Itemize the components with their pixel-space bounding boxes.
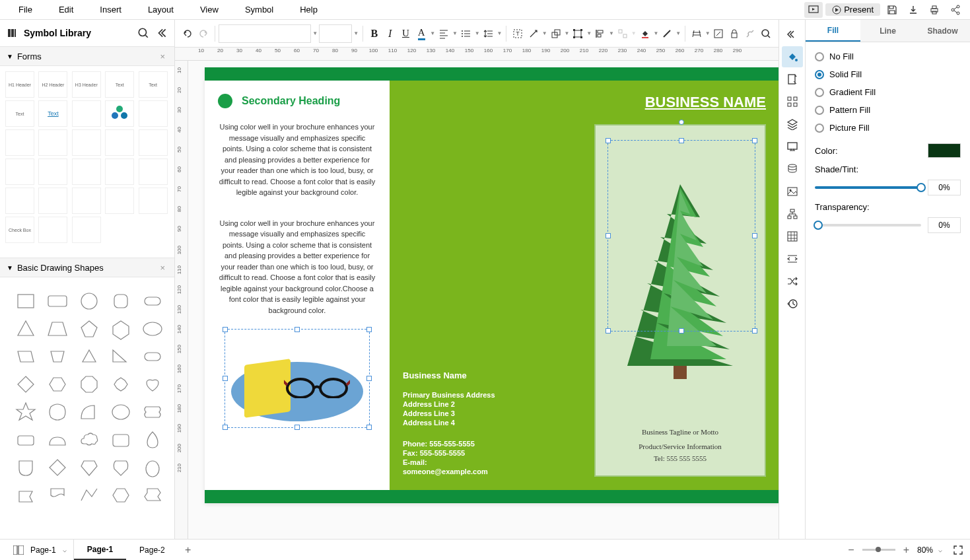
shape-item[interactable] [44,483,71,507]
shade-slider[interactable] [815,186,921,189]
shape-item[interactable] [44,345,71,368]
form-thumb[interactable]: Check Box [5,217,34,243]
current-page-label[interactable]: Page-1 [30,545,56,555]
secondary-heading[interactable]: Secondary Heading [242,95,340,107]
shape-item[interactable] [44,372,71,396]
grid-tool-icon[interactable] [782,91,803,112]
tab-line[interactable]: Line [860,20,915,42]
form-thumb[interactable] [139,158,168,185]
fill-color-button[interactable] [638,23,652,44]
shuffle-tool-icon[interactable] [782,271,803,292]
transparency-slider[interactable] [815,224,921,227]
shape-item[interactable] [12,456,40,479]
radio-pattern-fill[interactable]: Pattern Fill [815,105,961,115]
business-name-big[interactable]: BUSINESS NAME [594,94,766,111]
form-thumb[interactable] [38,188,67,214]
align-left-button[interactable] [436,23,451,44]
shape-item[interactable] [75,372,103,396]
form-thumb[interactable]: Text [5,100,34,127]
shape-item[interactable] [75,456,103,479]
shape-item[interactable] [12,317,40,341]
zoom-in-button[interactable]: + [901,544,912,556]
line-spacing-button[interactable] [481,23,496,44]
addr-3[interactable]: Address Line 3 [403,409,568,417]
page-tab-2[interactable]: Page-2 [126,540,178,560]
business-name-small[interactable]: Business Name [403,370,568,380]
italic-button[interactable]: I [383,23,398,44]
slideshow-icon[interactable] [804,2,823,18]
menu-symbol[interactable]: Symbol [232,5,287,15]
form-thumb[interactable] [72,158,101,185]
history-tool-icon[interactable] [782,293,803,314]
shape-item[interactable] [44,428,71,452]
form-thumb[interactable] [72,217,101,243]
form-thumb[interactable] [5,158,34,185]
body-text-1[interactable]: Using color well in your brochure enhanc… [218,122,376,198]
menu-edit[interactable]: Edit [46,5,87,15]
form-thumb[interactable]: H2 Header [38,71,67,98]
addr-primary[interactable]: Primary Business Address [403,391,568,399]
font-color-button[interactable]: A [414,23,429,44]
addr-2[interactable]: Address Line 2 [403,400,568,408]
shape-item[interactable] [12,345,40,368]
tagline-1[interactable]: Business Tagline or Motto [642,428,718,436]
underline-button[interactable]: U [399,23,413,44]
shape-item[interactable] [12,400,40,424]
shape-item[interactable] [107,289,135,313]
download-icon[interactable] [904,2,922,18]
layers-tool-icon[interactable] [782,114,803,135]
expand-panel-icon[interactable] [782,24,803,45]
form-thumb[interactable] [105,158,134,185]
hierarchy-tool-icon[interactable] [782,203,803,225]
list-button[interactable] [459,23,473,44]
database-tool-icon[interactable] [782,158,803,180]
shape-item[interactable] [44,317,71,341]
menu-help[interactable]: Help [287,5,331,15]
shapes-section-header[interactable]: ▼ Basic Drawing Shapes × [0,258,174,277]
canvas[interactable]: Secondary Heading Using color well in yo… [188,61,779,539]
shape-item[interactable] [107,400,135,424]
radio-solid-fill[interactable]: Solid Fill [815,69,961,79]
email[interactable]: someone@example.com [403,468,568,475]
chevron-down-icon[interactable]: ⌵ [63,546,67,553]
tab-shadow[interactable]: Shadow [915,20,970,42]
form-thumb[interactable]: Text [105,71,134,98]
menu-insert[interactable]: Insert [87,5,135,15]
shade-value[interactable]: 0% [928,180,961,195]
shape-item[interactable] [75,483,103,507]
shape-item[interactable] [139,483,166,507]
group-button[interactable] [571,23,585,44]
bold-button[interactable]: B [367,23,382,44]
addr-4[interactable]: Address Line 4 [403,419,568,427]
form-thumb[interactable]: Text [38,100,67,127]
page[interactable]: Secondary Heading Using color well in yo… [205,67,779,503]
tab-fill[interactable]: Fill [806,20,860,42]
shape-item[interactable] [12,483,40,507]
shape-item[interactable] [107,483,135,507]
transparency-value[interactable]: 0% [928,217,961,233]
form-thumb[interactable] [139,100,168,127]
fill-tool-icon[interactable] [782,46,803,67]
shape-item[interactable] [107,372,135,396]
form-thumb[interactable] [139,188,168,214]
spacing-tool-icon[interactable] [782,248,803,269]
shape-item[interactable] [139,289,166,313]
shape-item[interactable] [12,428,40,452]
close-section-icon[interactable]: × [157,52,168,61]
lock-button[interactable] [727,23,742,44]
illustration[interactable] [231,335,363,421]
shape-item[interactable] [44,456,71,479]
shape-item[interactable] [107,456,135,479]
radio-gradient-fill[interactable]: Gradient Fill [815,87,961,97]
form-thumb[interactable] [72,100,101,127]
form-thumb[interactable]: Text [139,71,168,98]
page-list-icon[interactable] [13,545,24,555]
shape-item[interactable] [75,400,103,424]
connector-button[interactable] [526,23,541,44]
tagline-3[interactable]: Tel: 555 555 5555 [654,454,707,462]
form-thumb[interactable] [105,100,134,127]
text-box-button[interactable]: T [510,23,525,44]
image-tool-icon[interactable] [782,181,803,202]
tagline-2[interactable]: Product/Service Information [639,442,722,450]
present-button[interactable]: Present [825,3,880,16]
